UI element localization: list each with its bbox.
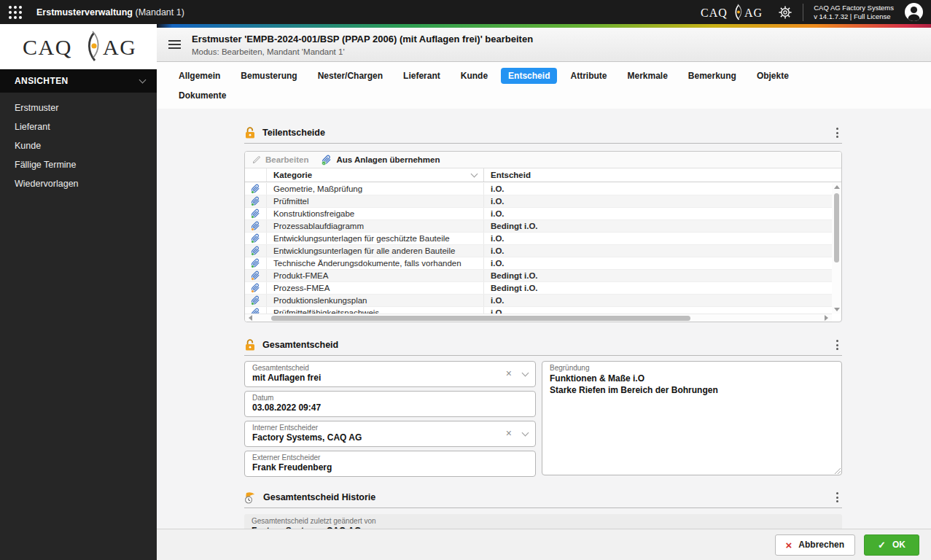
gesamtentscheid-fields: Gesamtentscheidmit Auflagen frei×Datum03… xyxy=(244,361,536,477)
field-gesamtentscheid[interactable]: Gesamtentscheidmit Auflagen frei× xyxy=(244,361,536,387)
resize-handle[interactable] xyxy=(833,467,841,474)
tab-kunde[interactable]: Kunde xyxy=(453,68,495,84)
table-row[interactable]: Prozess-FMEABedingt i.O. xyxy=(245,282,841,295)
column-kategorie-header[interactable]: Kategorie xyxy=(267,168,484,182)
adopt-from-attachments-button[interactable]: Aus Anlagen übernehmen xyxy=(322,155,440,166)
section-divider xyxy=(244,143,842,144)
column-entscheid-header[interactable]: Entscheid xyxy=(484,171,841,179)
field-value: Factory Systems, CAQ AG xyxy=(252,432,528,443)
field-label: Begründung xyxy=(550,364,834,372)
edit-button[interactable]: Bearbeiten xyxy=(252,155,308,164)
menu-toggle-icon[interactable] xyxy=(166,37,183,52)
table-row[interactable]: Technische Änderungsdokumente, falls vor… xyxy=(245,257,841,270)
ok-button[interactable]: ✓ OK xyxy=(864,534,919,556)
cell-entscheid: i.O. xyxy=(484,234,841,243)
sidebar-item-lieferant[interactable]: Lieferant xyxy=(0,117,157,136)
paperclip-check-icon xyxy=(322,155,332,166)
field-interner-entscheider[interactable]: Interner EntscheiderFactory Systems, CAQ… xyxy=(244,421,536,447)
cell-entscheid: i.O. xyxy=(484,246,841,255)
tab-objekte[interactable]: Objekte xyxy=(749,68,796,84)
svg-text:CAQ: CAQ xyxy=(701,7,728,19)
cell-kategorie: Prüfmittelfähigkeitsnachweis xyxy=(267,307,484,314)
table-row[interactable]: Prüfmittelfähigkeitsnachweisi.O. xyxy=(245,307,841,314)
sidebar-item-wiedervorlagen[interactable]: Wiedervorlagen xyxy=(0,174,157,193)
tab-entscheid[interactable]: Entscheid xyxy=(501,68,557,84)
cell-entscheid: i.O. xyxy=(484,296,841,305)
field-label: Gesamtentscheid xyxy=(252,364,528,372)
paperclip-icon xyxy=(251,233,260,244)
kebab-menu-icon[interactable] xyxy=(833,125,842,140)
table-row[interactable]: Produktionslenkungsplani.O. xyxy=(245,295,841,307)
field-value: Frank Freudenberg xyxy=(252,462,528,472)
svg-text:AG: AG xyxy=(744,7,763,19)
table-row[interactable]: Geometrie, Maßprüfungi.O. xyxy=(245,183,841,195)
main-header: Erstmuster 'EMPB-2024-001/BSP (PPAP 2006… xyxy=(157,28,931,62)
tab-nester-chargen[interactable]: Nester/Chargen xyxy=(311,68,390,84)
vertical-scrollbar-thumb[interactable] xyxy=(834,193,839,262)
paperclip-icon xyxy=(251,271,260,281)
tab-lieferant[interactable]: Lieferant xyxy=(396,68,448,84)
caq-ag-logo-small: CAQ AG xyxy=(701,4,768,21)
field-label: Interner Entscheider xyxy=(252,424,528,432)
cancel-button[interactable]: × Abbrechen xyxy=(775,534,855,556)
section-divider xyxy=(244,508,842,508)
user-avatar[interactable] xyxy=(904,2,924,22)
cell-entscheid: Bedingt i.O. xyxy=(484,222,841,230)
field-externer-entscheider[interactable]: Externer EntscheiderFrank Freudenberg xyxy=(244,451,536,477)
chevron-down-icon[interactable] xyxy=(522,369,529,376)
chevron-down-icon[interactable] xyxy=(522,429,529,436)
field-label: Gesamtentscheid zuletzt geändert von xyxy=(252,517,835,525)
table-row[interactable]: Entwicklungsunterlagen für geschützte Ba… xyxy=(245,233,841,245)
tab-bemusterung[interactable]: Bemusterung xyxy=(233,68,304,84)
history-clock-icon xyxy=(244,491,257,504)
sort-chevron-icon[interactable] xyxy=(471,171,478,178)
sidebar-item-faellige-termine[interactable]: Fällige Termine xyxy=(0,155,157,174)
clear-icon[interactable]: × xyxy=(506,368,512,378)
scroll-right-icon[interactable] xyxy=(825,315,828,321)
tab-allgemein[interactable]: Allgemein xyxy=(171,68,227,84)
gear-icon[interactable] xyxy=(778,5,792,20)
vertical-scrollbar[interactable] xyxy=(832,183,841,314)
field-value: mit Auflagen frei xyxy=(252,373,528,383)
kebab-menu-icon[interactable] xyxy=(833,490,842,505)
content-area: Teilentscheide Bearbeiten xyxy=(157,109,931,529)
field-value: 03.08.2022 09:47 xyxy=(252,402,528,413)
scroll-left-icon[interactable] xyxy=(249,315,252,321)
paperclip-icon xyxy=(251,258,260,268)
sidebar-section-ansichten[interactable]: ANSICHTEN xyxy=(0,69,157,93)
field-datum[interactable]: Datum03.08.2022 09:47 xyxy=(244,391,536,417)
table-row[interactable]: Prüfmitteli.O. xyxy=(245,195,841,208)
sidebar-item-kunde[interactable]: Kunde xyxy=(0,136,157,155)
begruendung-textarea[interactable]: Begründung Funktionen & Maße i.O Starke … xyxy=(542,361,842,475)
tab-merkmale[interactable]: Merkmale xyxy=(620,68,674,84)
tabbar: AllgemeinBemusterungNester/ChargenLiefer… xyxy=(157,62,931,109)
horizontal-scrollbar[interactable] xyxy=(245,314,832,322)
paperclip-icon xyxy=(251,283,260,293)
tab-attribute[interactable]: Attribute xyxy=(563,68,614,84)
sidebar-item-erstmuster[interactable]: Erstmuster xyxy=(0,98,157,117)
table-row[interactable]: Produkt-FMEABedingt i.O. xyxy=(245,270,841,282)
kebab-menu-icon[interactable] xyxy=(833,338,842,352)
scroll-up-icon[interactable] xyxy=(834,185,840,189)
horizontal-scrollbar-thumb[interactable] xyxy=(271,316,690,321)
cell-kategorie: Prüfmittel xyxy=(267,195,484,207)
paperclip-icon xyxy=(251,246,260,256)
cell-entscheid: Bedingt i.O. xyxy=(484,284,841,292)
cancel-x-icon: × xyxy=(786,540,792,551)
tab-bemerkung[interactable]: Bemerkung xyxy=(681,68,744,84)
section-historie: Gesamtentscheid Historie Gesamtentscheid… xyxy=(244,489,842,529)
teilentscheide-table-body: Geometrie, Maßprüfungi.O.Prüfmitteli.O.K… xyxy=(245,183,841,314)
field-label: Externer Entscheider xyxy=(252,454,528,462)
tab-dokumente[interactable]: Dokumente xyxy=(171,88,233,104)
pencil-icon xyxy=(252,155,261,164)
table-row[interactable]: ProzessablaufdiagrammBedingt i.O. xyxy=(245,220,841,233)
paperclip-icon xyxy=(251,196,260,206)
clear-icon[interactable]: × xyxy=(506,428,512,438)
section-title: Gesamtentscheid xyxy=(262,340,826,350)
app-launcher-icon[interactable] xyxy=(9,6,22,19)
table-row[interactable]: Konstruktionsfreigabei.O. xyxy=(245,208,841,220)
scroll-down-icon[interactable] xyxy=(834,308,840,311)
table-row[interactable]: Entwicklungsunterlagen für alle anderen … xyxy=(245,245,841,257)
product-name: CAQ AG Factory Systems xyxy=(814,4,894,12)
page-title: Erstmuster 'EMPB-2024-001/BSP (PPAP 2006… xyxy=(192,34,533,44)
